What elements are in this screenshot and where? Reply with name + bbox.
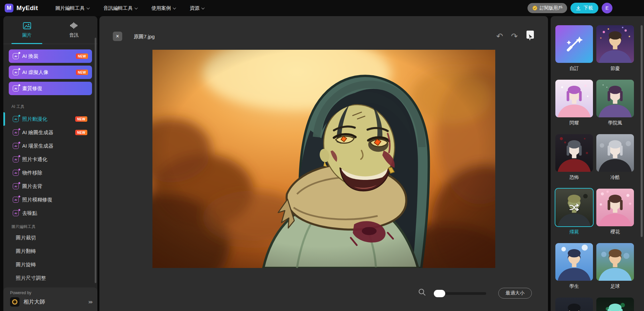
nav-menu-image-tools[interactable]: 圖片編輯工具 [55, 5, 89, 11]
ai-sparkle-icon: AI [13, 53, 19, 59]
tab-audio[interactable]: 音訊 [50, 16, 97, 44]
user-avatar[interactable]: E [602, 3, 612, 13]
medal-icon [532, 5, 538, 11]
canvas-image [152, 50, 495, 268]
subscriber-badge-button[interactable]: 訂閱版用戶 [527, 3, 567, 13]
sidebar-item-label: AI 場景生成器 [22, 143, 53, 149]
style-tile-label: 足球 [596, 283, 634, 289]
nav-menu-resources[interactable]: 資源 [190, 5, 204, 11]
style-tile-academy[interactable] [596, 80, 634, 117]
left-sidebar: 圖片音訊 AIAI 換裝NEWAIAI 虛擬人像NEWAI畫質修復AI 工具AI… [3, 16, 97, 311]
style-tile-label: 學生 [555, 283, 593, 289]
picture-icon [23, 22, 31, 30]
photodirector-logo-icon [10, 297, 19, 307]
undo-button[interactable]: ↶ [495, 32, 504, 41]
nav-menu-label: 音訊編輯工具 [103, 5, 133, 11]
style-tile-cold[interactable] [596, 134, 634, 172]
close-image-button[interactable]: × [113, 32, 122, 41]
top-navbar: M MyEdit 圖片編輯工具音訊編輯工具使用案例資源 訂閱版用戶 下載 E [0, 0, 644, 16]
zoom-slider[interactable] [434, 289, 498, 298]
myedit-logo-text: MyEdit [16, 4, 38, 12]
style-tile-festival[interactable] [596, 25, 634, 63]
style-tile-label: 節慶 [596, 66, 634, 72]
chevron-down-icon [173, 6, 176, 9]
sidebar-item-label: 照片尺寸調整 [16, 275, 46, 281]
photodirector-link[interactable]: 相片大師 ››› [10, 297, 92, 307]
sidebar-item-label: 物件移除 [22, 170, 42, 176]
ai-sparkle-icon: AI [13, 156, 19, 162]
triple-chevron-icon[interactable]: ››› [88, 299, 92, 305]
styles-scrollbar[interactable] [641, 25, 643, 237]
myedit-logo[interactable]: M MyEdit [5, 4, 38, 12]
sidebar-item-photo-anime[interactable]: AI照片動漫化NEW [9, 112, 92, 126]
sidebar-item-denoise[interactable]: AI去噪點 [9, 206, 92, 220]
sidebar-item-crop[interactable]: 圖片裁切 [9, 231, 92, 244]
promo-label: 畫質修復 [22, 85, 88, 92]
nav-menu-label: 使用案例 [151, 5, 171, 11]
nav-menu-use-cases[interactable]: 使用案例 [151, 5, 176, 11]
section-title: 圖片編輯工具 [11, 224, 92, 230]
sidebar-item-object-removal[interactable]: AI物件移除 [9, 166, 92, 180]
promo-button-quality-enhance[interactable]: AI畫質修復 [9, 82, 92, 95]
compare-page-icon [525, 30, 537, 42]
style-tile-sakura[interactable] [596, 189, 634, 226]
photo-zombie-woman [152, 50, 495, 268]
compare-button[interactable] [525, 30, 537, 42]
promo-label: AI 虛擬人像 [22, 69, 76, 76]
tab-label: 音訊 [69, 32, 79, 38]
ai-sparkle-icon: AI [13, 210, 19, 216]
waveform-icon [70, 22, 78, 30]
sidebar-footer: Powered by 相片大師 ››› [3, 287, 97, 311]
style-tile-label: 閃耀 [555, 120, 593, 126]
redo-button[interactable]: ↷ [510, 32, 519, 41]
myedit-logo-icon: M [5, 4, 13, 12]
tab-label: 圖片 [22, 32, 32, 38]
promo-button-ai-avatar[interactable]: AIAI 虛擬人像NEW [9, 66, 92, 79]
download-arrow-icon [576, 6, 581, 11]
editor-canvas: × 原圖7.jpg ↶ ↷ [99, 16, 548, 311]
style-tile-label: 殭屍 [555, 229, 593, 235]
new-badge: NEW [76, 53, 88, 59]
image-filename: 原圖7.jpg [134, 34, 155, 40]
sidebar-item-photo-cartoonizer[interactable]: AI照片卡通化 [9, 153, 92, 166]
zoom-slider-thumb[interactable] [434, 290, 445, 297]
sidebar-item-ai-image-generator[interactable]: AIAI 繪圖生成器NEW [9, 126, 92, 139]
style-tile-extra-1[interactable] [555, 298, 593, 311]
sidebar-item-rotate[interactable]: 圖片旋轉 [9, 258, 92, 271]
styles-panel: 自訂節慶閃耀學院風恐怖冷酷殭屍櫻花學生足球 [551, 16, 644, 311]
tab-image[interactable]: 圖片 [3, 16, 50, 44]
ai-sparkle-icon: AI [13, 69, 19, 75]
nav-menu-audio-tools[interactable]: 音訊編輯工具 [103, 5, 137, 11]
style-tile-zombie[interactable] [555, 189, 593, 226]
style-tile-label: 櫻花 [596, 229, 634, 235]
style-tile-extra-2[interactable] [596, 298, 634, 311]
sidebar-item-label: 去噪點 [22, 210, 37, 217]
style-tile-soccer[interactable] [596, 243, 634, 281]
sidebar-item-resize[interactable]: 照片尺寸調整 [9, 271, 92, 285]
sidebar-scroll-area: AIAI 換裝NEWAIAI 虛擬人像NEWAI畫質修復AI 工具AI照片動漫化… [3, 44, 97, 287]
style-tile-custom[interactable] [555, 25, 593, 63]
ai-sparkle-icon: AI [13, 129, 19, 135]
sidebar-item-flip[interactable]: 圖片翻轉 [9, 244, 92, 258]
sidebar-item-background-removal[interactable]: AI圖片去背 [9, 180, 92, 193]
sidebar-item-photo-deblur[interactable]: AI照片模糊修復 [9, 193, 92, 206]
nav-menu-label: 圖片編輯工具 [55, 5, 85, 11]
sidebar-item-label: 圖片旋轉 [16, 262, 36, 268]
ai-sparkle-icon: AI [13, 170, 19, 176]
download-button-label: 下載 [584, 5, 593, 11]
style-tile-student[interactable] [555, 243, 593, 281]
style-tile-horror[interactable] [555, 134, 593, 172]
sidebar-item-ai-scene-generator[interactable]: AIAI 場景生成器 [9, 139, 92, 153]
sidebar-scrollbar[interactable] [95, 38, 96, 283]
download-button[interactable]: 下載 [570, 3, 598, 13]
style-tile-sparkle[interactable] [555, 80, 593, 117]
style-tile-label: 學院風 [596, 120, 634, 126]
style-tile-label: 冷酷 [596, 174, 634, 181]
active-indicator [3, 112, 5, 126]
fit-to-size-button[interactable]: 最適大小 [498, 288, 532, 299]
promo-button-ai-outfit[interactable]: AIAI 換裝NEW [9, 49, 92, 63]
sidebar-item-label: AI 繪圖生成器 [22, 129, 53, 136]
new-badge: NEW [75, 116, 87, 122]
sidebar-item-label: 照片模糊修復 [22, 197, 52, 203]
sidebar-item-label: 圖片裁切 [16, 235, 36, 241]
